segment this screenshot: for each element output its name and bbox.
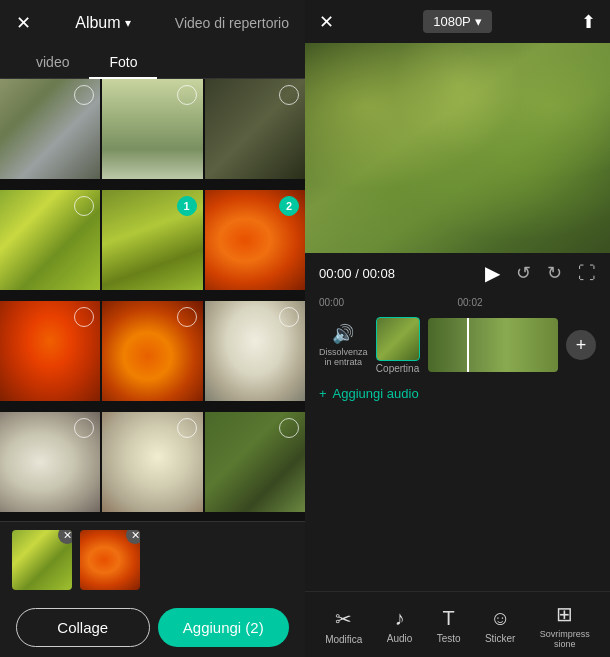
sticker-icon: ☺ bbox=[490, 607, 510, 630]
left-panel: ✕ Album ▾ Video di repertorio video Foto bbox=[0, 0, 305, 657]
resolution-selector[interactable]: 1080P ▾ bbox=[423, 10, 492, 33]
time-display: 00:00 / 00:08 bbox=[319, 266, 469, 281]
upload-button[interactable]: ⬆ bbox=[581, 11, 596, 33]
timeline-strip[interactable] bbox=[428, 318, 558, 372]
list-item[interactable] bbox=[0, 301, 100, 401]
ruler-mark-2: 00:02 bbox=[458, 297, 527, 308]
list-item[interactable] bbox=[102, 412, 202, 512]
album-selector[interactable]: Album ▾ bbox=[75, 14, 130, 32]
selection-circle bbox=[177, 85, 197, 105]
toolbar-item-modifica[interactable]: ✂ Modifica bbox=[325, 607, 362, 645]
bottom-toolbar: ✂ Modifica ♪ Audio T Testo ☺ Sticker ⊞ S… bbox=[305, 591, 610, 657]
photo-grid: 1 2 bbox=[0, 79, 305, 521]
selected-thumb-2[interactable]: ✕ bbox=[80, 530, 140, 590]
resolution-label: 1080P bbox=[433, 14, 471, 29]
dissolve-control[interactable]: 🔊 Dissolvenza in entrata bbox=[319, 323, 368, 367]
list-item[interactable] bbox=[0, 79, 100, 179]
play-button[interactable]: ▶ bbox=[485, 261, 500, 285]
collage-button[interactable]: Collage bbox=[16, 608, 150, 647]
bottom-buttons: Collage Aggiungi (2) bbox=[0, 598, 305, 657]
copertina-label: Copertina bbox=[376, 363, 419, 374]
list-item[interactable] bbox=[205, 412, 305, 512]
modifica-label: Modifica bbox=[325, 634, 362, 645]
fullscreen-button[interactable]: ⛶ bbox=[578, 263, 596, 284]
time-current: 00:00 bbox=[319, 266, 352, 281]
add-audio-plus-icon: + bbox=[319, 386, 327, 401]
toolbar-item-audio[interactable]: ♪ Audio bbox=[387, 607, 413, 644]
selection-circle-selected: 1 bbox=[177, 196, 197, 216]
selection-circle bbox=[177, 418, 197, 438]
dissolve-line2: in entrata bbox=[325, 357, 363, 367]
audio-label: Audio bbox=[387, 633, 413, 644]
resolution-chevron-icon: ▾ bbox=[475, 14, 482, 29]
selected-thumbs-bar: ✕ ✕ bbox=[0, 521, 305, 598]
copertina-thumbnail bbox=[376, 317, 420, 361]
list-item[interactable] bbox=[102, 79, 202, 179]
toolbar-item-sticker[interactable]: ☺ Sticker bbox=[485, 607, 516, 644]
testo-label: Testo bbox=[437, 633, 461, 644]
list-item[interactable]: 2 bbox=[205, 190, 305, 290]
tab-video[interactable]: video bbox=[16, 46, 89, 78]
list-item[interactable] bbox=[102, 301, 202, 401]
video-di-repertorio-link[interactable]: Video di repertorio bbox=[175, 15, 289, 31]
overlay-icon: ⊞ bbox=[556, 602, 573, 626]
selection-circle bbox=[279, 418, 299, 438]
text-icon: T bbox=[442, 607, 454, 630]
album-chevron-icon: ▾ bbox=[125, 16, 131, 30]
list-item[interactable] bbox=[205, 79, 305, 179]
dissolve-icon: 🔊 bbox=[332, 323, 354, 345]
selection-circle bbox=[279, 85, 299, 105]
selection-circle bbox=[279, 307, 299, 327]
album-title: Album bbox=[75, 14, 120, 32]
timeline-area: 🔊 Dissolvenza in entrata Copertina + bbox=[305, 310, 610, 380]
copertina-block[interactable]: Copertina bbox=[376, 317, 420, 374]
time-total: 00:08 bbox=[362, 266, 395, 281]
add-clip-button[interactable]: + bbox=[566, 330, 596, 360]
video-preview bbox=[305, 43, 610, 253]
tab-bar: video Foto bbox=[0, 46, 305, 79]
list-item[interactable] bbox=[205, 301, 305, 401]
audio-icon: ♪ bbox=[395, 607, 405, 630]
sovrimpress-label: Sovrimpresssione bbox=[540, 629, 590, 649]
selected-thumb-1[interactable]: ✕ bbox=[12, 530, 72, 590]
add-audio-button[interactable]: + Aggiungi audio bbox=[319, 386, 419, 401]
ruler-mark-0: 00:00 bbox=[319, 297, 388, 308]
selection-circle-selected: 2 bbox=[279, 196, 299, 216]
left-close-button[interactable]: ✕ bbox=[16, 12, 31, 34]
add-audio-label: Aggiungi audio bbox=[333, 386, 419, 401]
undo-button[interactable]: ↺ bbox=[516, 262, 531, 284]
right-header: ✕ 1080P ▾ ⬆ bbox=[305, 0, 610, 43]
add-audio-row: + Aggiungi audio bbox=[305, 380, 610, 407]
sticker-label: Sticker bbox=[485, 633, 516, 644]
redo-button[interactable]: ↻ bbox=[547, 262, 562, 284]
right-panel: ✕ 1080P ▾ ⬆ 00:00 / 00:08 ▶ ↺ ↻ ⛶ 00:00 … bbox=[305, 0, 610, 657]
selection-circle bbox=[177, 307, 197, 327]
toolbar-item-testo[interactable]: T Testo bbox=[437, 607, 461, 644]
list-item[interactable]: 1 bbox=[102, 190, 202, 290]
playback-controls: 00:00 / 00:08 ▶ ↺ ↻ ⛶ bbox=[305, 253, 610, 293]
timeline-ruler: 00:00 00:02 bbox=[305, 293, 610, 310]
list-item[interactable] bbox=[0, 412, 100, 512]
scissors-icon: ✂ bbox=[335, 607, 352, 631]
tab-foto[interactable]: Foto bbox=[89, 46, 157, 78]
aggiungi-button[interactable]: Aggiungi (2) bbox=[158, 608, 290, 647]
right-close-button[interactable]: ✕ bbox=[319, 11, 334, 33]
list-item[interactable] bbox=[0, 190, 100, 290]
left-header: ✕ Album ▾ Video di repertorio bbox=[0, 0, 305, 46]
toolbar-item-sovrimpress[interactable]: ⊞ Sovrimpresssione bbox=[540, 602, 590, 649]
dissolve-line1: Dissolvenza bbox=[319, 347, 368, 357]
